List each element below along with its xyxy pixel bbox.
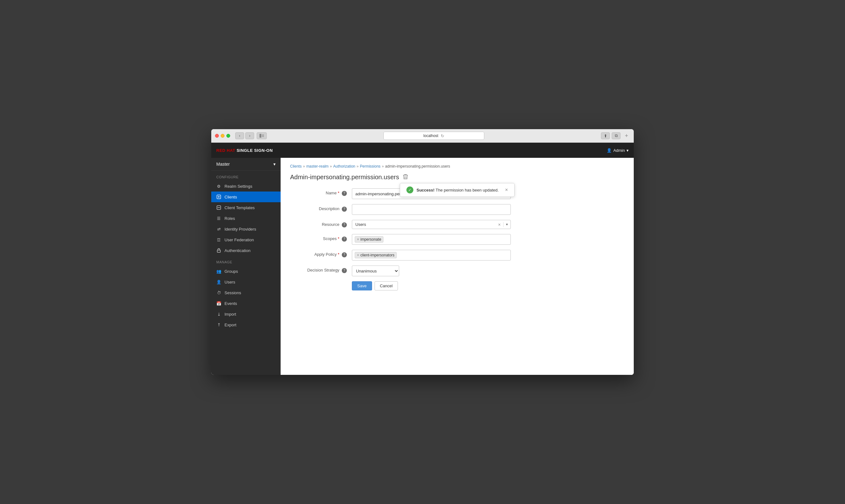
save-button[interactable]: Save (352, 281, 372, 290)
svg-rect-3 (262, 137, 264, 137)
description-field-group: Description ? (290, 204, 511, 215)
svg-rect-6 (217, 250, 220, 252)
brand-logo: RED HAT SINGLE SIGN-ON (216, 148, 273, 153)
sidebar-item-events[interactable]: 📅 Events (211, 298, 281, 309)
breadcrumb-current: admin-impersonating.permission.users (385, 164, 450, 168)
client-templates-icon (216, 205, 221, 210)
resource-input-wrapper: Users × ▾ (352, 220, 511, 229)
required-indicator: * (338, 252, 339, 257)
roles-icon: ☰ (216, 216, 221, 221)
minimize-button[interactable] (221, 134, 224, 138)
scope-tag-label: impersonate (360, 237, 381, 241)
sidebar-item-label: Roles (224, 216, 235, 221)
breadcrumb-sep1: » (303, 164, 305, 168)
window-button[interactable]: ⧉ (612, 132, 621, 139)
resource-help-icon[interactable]: ? (342, 222, 347, 228)
fullscreen-button[interactable] (226, 134, 230, 138)
breadcrumb-sep3: » (357, 164, 359, 168)
scopes-tag-input[interactable]: × impersonate (352, 234, 511, 245)
required-indicator: * (338, 191, 339, 195)
sidebar-item-label: Realm Settings (224, 184, 252, 189)
share-button[interactable]: ⬆ (601, 132, 610, 139)
policy-tag-label: client-impersonators (360, 253, 394, 257)
resource-label: Resource ? (290, 220, 347, 228)
apply-policy-field-group: Apply Policy * ? × client-impersonators (290, 250, 511, 260)
sidebar-item-label: Groups (224, 269, 238, 274)
decision-strategy-input-wrapper: Unanimous Affirmative Consensus (352, 266, 511, 276)
breadcrumb-clients[interactable]: Clients (290, 164, 302, 168)
resource-clear-button[interactable]: × (496, 222, 503, 227)
sidebar-item-sessions[interactable]: ⏱ Sessions (211, 287, 281, 298)
scope-tag-impersonate: × impersonate (355, 236, 383, 242)
sidebar-item-export[interactable]: ⤒ Export (211, 319, 281, 330)
resource-value: Users (352, 220, 496, 229)
description-input[interactable] (352, 204, 511, 215)
success-banner: ✓ Success! The permission has been updat… (400, 183, 515, 197)
realm-name: Master (216, 162, 230, 167)
scope-remove-button[interactable]: × (357, 237, 359, 241)
resource-dropdown-button[interactable]: ▾ (503, 222, 511, 227)
admin-menu[interactable]: 👤 Admin ▾ (607, 148, 629, 153)
sidebar-item-groups[interactable]: 👥 Groups (211, 266, 281, 276)
address-text: localhost (424, 133, 438, 138)
required-indicator: * (338, 236, 339, 241)
sidebar-item-realm-settings[interactable]: ⚙ Realm Settings (211, 181, 281, 192)
apply-policy-label: Apply Policy * ? (290, 250, 347, 257)
description-help-icon[interactable]: ? (342, 206, 347, 212)
scopes-input-wrapper: × impersonate (352, 234, 511, 245)
decision-strategy-help-icon[interactable]: ? (342, 268, 347, 273)
realm-settings-icon: ⚙ (216, 184, 221, 189)
forward-button[interactable]: › (245, 132, 254, 139)
success-detail: The permission has been updated. (435, 188, 499, 193)
name-help-icon[interactable]: ? (342, 191, 347, 196)
breadcrumb-sep2: » (330, 164, 332, 168)
sidebar-toggle-button[interactable] (257, 132, 267, 139)
breadcrumb-permissions[interactable]: Permissions (360, 164, 380, 168)
apply-policy-help-icon[interactable]: ? (342, 252, 347, 257)
scopes-help-icon[interactable]: ? (342, 237, 347, 241)
realm-selector[interactable]: Master ▾ (211, 158, 281, 171)
sidebar-item-label: Import (224, 312, 236, 317)
page-title-row: Admin-impersonating.permission.users (290, 174, 624, 181)
apply-policy-tag-input[interactable]: × client-impersonators (352, 250, 511, 260)
resource-select[interactable]: Users × ▾ (352, 220, 511, 229)
close-button[interactable] (215, 134, 219, 138)
scopes-field-group: Scopes * ? × impersonate (290, 234, 511, 245)
new-tab-button[interactable]: + (623, 132, 630, 139)
reload-icon[interactable]: ↻ (441, 133, 444, 138)
svg-rect-0 (259, 134, 261, 138)
policy-tag-client-impersonators: × client-impersonators (355, 252, 397, 258)
breadcrumb-authorization[interactable]: Authorization (333, 164, 355, 168)
decision-strategy-label: Decision Strategy ? (290, 266, 347, 273)
page-title: Admin-impersonating.permission.users (290, 174, 399, 181)
breadcrumb-sep4: » (382, 164, 384, 168)
realm-dropdown-icon: ▾ (273, 162, 276, 167)
policy-remove-button[interactable]: × (357, 253, 359, 257)
delete-icon[interactable] (403, 174, 408, 181)
svg-rect-2 (262, 136, 264, 136)
success-label: Success! (416, 188, 434, 193)
back-button[interactable]: ‹ (235, 132, 244, 139)
sidebar-item-label: Identity Providers (224, 227, 256, 232)
sidebar-item-authentication[interactable]: Authentication (211, 245, 281, 256)
dropdown-icon: ▾ (626, 148, 629, 153)
decision-strategy-field-group: Decision Strategy ? Unanimous Affirmativ… (290, 266, 511, 276)
decision-strategy-select[interactable]: Unanimous Affirmative Consensus (352, 266, 399, 276)
configure-label: Configure (211, 171, 281, 181)
banner-close-button[interactable]: × (505, 187, 508, 193)
sidebar-item-roles[interactable]: ☰ Roles (211, 213, 281, 224)
sidebar-item-user-federation[interactable]: ☲ User Federation (211, 234, 281, 245)
address-bar[interactable]: localhost ↻ (383, 132, 484, 140)
sidebar-item-users[interactable]: 👤 Users (211, 276, 281, 287)
breadcrumb: Clients » master-realm » Authorization »… (290, 164, 624, 168)
sidebar-item-import[interactable]: ⤓ Import (211, 309, 281, 319)
sessions-icon: ⏱ (216, 290, 221, 295)
breadcrumb-master-realm[interactable]: master-realm (306, 164, 329, 168)
sidebar-item-identity-providers[interactable]: ⇄ Identity Providers (211, 224, 281, 234)
permission-form: Name * ? Des (290, 188, 511, 290)
top-nav-right: 👤 Admin ▾ (607, 148, 629, 153)
sidebar-item-clients[interactable]: Clients (211, 192, 281, 202)
cancel-button[interactable]: Cancel (375, 281, 398, 290)
sidebar-item-client-templates[interactable]: Client Templates (211, 202, 281, 213)
sidebar-item-label: Export (224, 323, 237, 327)
